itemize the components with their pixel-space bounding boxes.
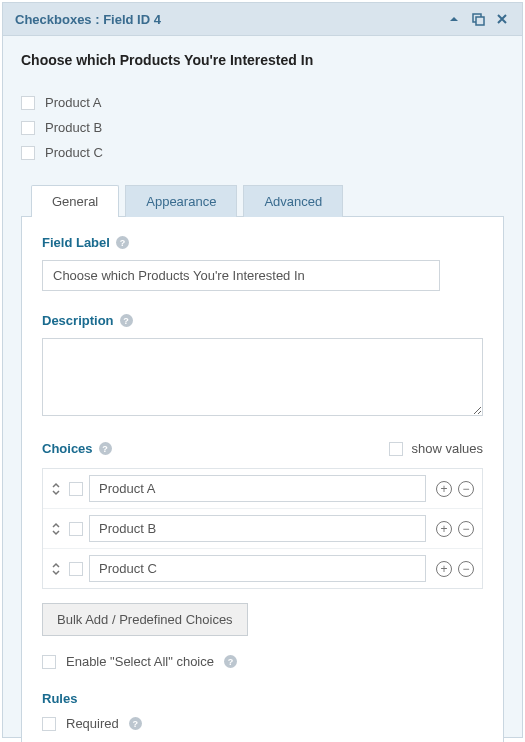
tab-appearance[interactable]: Appearance	[125, 185, 237, 217]
remove-choice-icon[interactable]: −	[458, 521, 474, 537]
checkbox-icon[interactable]	[21, 96, 35, 110]
choice-default-checkbox[interactable]	[69, 482, 83, 496]
show-values-label: show values	[411, 441, 483, 456]
preview-option: Product A	[21, 90, 504, 115]
preview-option-label: Product B	[45, 120, 102, 135]
svg-rect-1	[476, 17, 484, 25]
remove-choice-icon[interactable]: −	[458, 481, 474, 497]
help-icon[interactable]: ?	[99, 442, 112, 455]
panel-body: Choose which Products You're Interested …	[3, 36, 522, 742]
rules-label-text: Rules	[42, 691, 77, 706]
choice-row-actions: + −	[436, 521, 474, 537]
duplicate-icon[interactable]	[470, 11, 486, 27]
field-label-section: Field Label ?	[42, 235, 483, 291]
panel-actions	[446, 11, 510, 27]
drag-handle-icon[interactable]	[51, 482, 63, 496]
preview-option-label: Product A	[45, 95, 101, 110]
choices-label-text: Choices	[42, 441, 93, 456]
add-choice-icon[interactable]: +	[436, 561, 452, 577]
rules-heading: Rules	[42, 691, 483, 706]
choice-input[interactable]	[89, 515, 426, 542]
choice-row: + −	[43, 508, 482, 548]
description-label-text: Description	[42, 313, 114, 328]
choice-row: + −	[43, 548, 482, 588]
choice-row-actions: + −	[436, 561, 474, 577]
preview-option-label: Product C	[45, 145, 103, 160]
choices-header: Choices ? show values	[42, 441, 483, 456]
checkbox-icon	[42, 717, 56, 731]
add-choice-icon[interactable]: +	[436, 521, 452, 537]
required-toggle[interactable]: Required ?	[42, 716, 483, 731]
tab-general[interactable]: General	[31, 185, 119, 217]
preview-option: Product B	[21, 115, 504, 140]
select-all-label: Enable "Select All" choice	[66, 654, 214, 669]
add-choice-icon[interactable]: +	[436, 481, 452, 497]
choices-section: Choices ? show values	[42, 441, 483, 669]
help-icon[interactable]: ?	[224, 655, 237, 668]
collapse-icon[interactable]	[446, 11, 462, 27]
close-icon[interactable]	[494, 11, 510, 27]
choices-table: + − + −	[42, 468, 483, 589]
bulk-add-button[interactable]: Bulk Add / Predefined Choices	[42, 603, 248, 636]
show-values-toggle[interactable]: show values	[389, 441, 483, 456]
choice-row: + −	[43, 469, 482, 508]
choice-input[interactable]	[89, 555, 426, 582]
panel-header: Checkboxes : Field ID 4	[3, 3, 522, 36]
choice-default-checkbox[interactable]	[69, 522, 83, 536]
field-panel: Checkboxes : Field ID 4 Choose which Pro…	[2, 2, 523, 738]
preview-option: Product C	[21, 140, 504, 165]
checkbox-icon[interactable]	[21, 121, 35, 135]
preview-checkbox-list: Product A Product B Product C	[21, 90, 504, 165]
field-label-text: Field Label	[42, 235, 110, 250]
checkbox-icon	[389, 442, 403, 456]
field-label-input[interactable]	[42, 260, 440, 291]
description-input[interactable]	[42, 338, 483, 416]
help-icon[interactable]: ?	[116, 236, 129, 249]
remove-choice-icon[interactable]: −	[458, 561, 474, 577]
panel-title: Checkboxes : Field ID 4	[15, 12, 161, 27]
choice-row-actions: + −	[436, 481, 474, 497]
tabs: General Appearance Advanced	[21, 185, 504, 217]
preview-title: Choose which Products You're Interested …	[21, 52, 504, 68]
choices-heading: Choices ?	[42, 441, 112, 456]
help-icon[interactable]: ?	[120, 314, 133, 327]
required-label: Required	[66, 716, 119, 731]
checkbox-icon	[42, 655, 56, 669]
choice-input[interactable]	[89, 475, 426, 502]
description-heading: Description ?	[42, 313, 483, 328]
choice-default-checkbox[interactable]	[69, 562, 83, 576]
rules-section: Rules Required ?	[42, 691, 483, 731]
drag-handle-icon[interactable]	[51, 562, 63, 576]
checkbox-icon[interactable]	[21, 146, 35, 160]
select-all-toggle[interactable]: Enable "Select All" choice ?	[42, 654, 483, 669]
help-icon[interactable]: ?	[129, 717, 142, 730]
tab-content-general: Field Label ? Description ? Choices ?	[21, 216, 504, 742]
drag-handle-icon[interactable]	[51, 522, 63, 536]
field-label-heading: Field Label ?	[42, 235, 483, 250]
tab-advanced[interactable]: Advanced	[243, 185, 343, 217]
description-section: Description ?	[42, 313, 483, 419]
